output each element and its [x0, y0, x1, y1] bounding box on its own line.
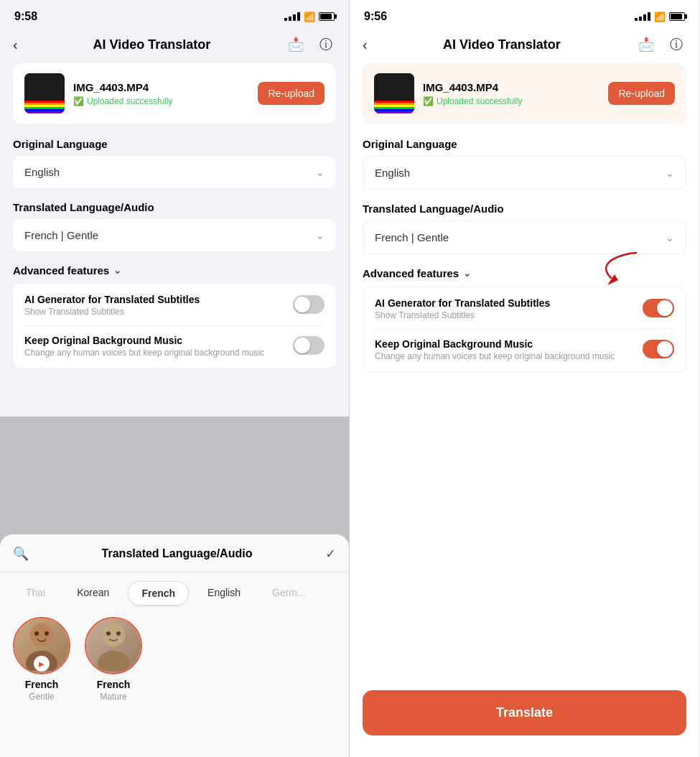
tab-german[interactable]: Germ... — [259, 581, 319, 605]
right-feature-row-2: Keep Original Background Music Change an… — [375, 338, 674, 361]
language-tabs: Thai Korean French English Germ... — [0, 581, 349, 617]
left-file-card: IMG_4403.MP4 ✅ Uploaded successfully Re-… — [13, 63, 336, 124]
left-feature-2-toggle[interactable] — [293, 336, 325, 355]
left-feature-row-2: Keep Original Background Music Change an… — [24, 335, 325, 358]
play-button-1[interactable]: ▶ — [34, 656, 50, 672]
rainbow-bar — [24, 101, 65, 113]
voice-option-mature[interactable]: French Mature — [85, 617, 142, 702]
check-icon: ✅ — [73, 96, 84, 106]
battery-icon — [319, 12, 335, 21]
right-original-lang-label: Original Language — [363, 138, 686, 150]
right-feature-divider — [375, 329, 674, 330]
voice-avatar-gentle: ▶ — [13, 617, 70, 674]
left-feature-row-1: AI Generator for Translated Subtitles Sh… — [24, 294, 325, 317]
right-time: 9:56 — [364, 10, 387, 23]
right-battery-icon — [669, 12, 685, 21]
left-time: 9:58 — [14, 10, 37, 23]
tab-french[interactable]: French — [128, 581, 189, 605]
left-advanced-features-toggle[interactable]: Advanced features ⌄ — [13, 264, 336, 277]
right-original-lang-dropdown[interactable]: English ⌄ — [363, 156, 686, 190]
svg-rect-19 — [374, 111, 414, 113]
svg-rect-15 — [374, 103, 414, 105]
search-icon[interactable]: 🔍 — [13, 546, 29, 562]
translate-area: Translate — [363, 690, 686, 735]
wifi-icon: 📶 — [304, 11, 315, 22]
svg-point-12 — [106, 631, 111, 636]
sheet-title: Translated Language/Audio — [29, 547, 325, 560]
svg-point-9 — [45, 631, 49, 636]
right-check-icon: ✅ — [423, 96, 434, 106]
left-feature-2-sub: Change any human voices but keep origina… — [24, 348, 264, 358]
svg-rect-1 — [24, 103, 65, 105]
right-feature-1-toggle[interactable] — [643, 299, 674, 317]
left-feature-1-title: AI Generator for Translated Subtitles — [24, 294, 200, 305]
right-nav-icons: 📩 ⓘ — [636, 34, 686, 55]
right-status-icons: 📶 — [635, 11, 685, 22]
translate-button[interactable]: Translate — [363, 690, 686, 735]
svg-point-13 — [116, 631, 121, 636]
left-feature-1-sub: Show Translated Subtitles — [24, 307, 200, 317]
left-file-info: IMG_4403.MP4 ✅ Uploaded successfully — [73, 81, 249, 106]
left-translated-lang-label: Translated Language/Audio — [13, 201, 336, 213]
svg-rect-4 — [24, 109, 65, 111]
right-feature-card: AI Generator for Translated Subtitles Sh… — [363, 287, 686, 372]
right-reupload-button[interactable]: Re-upload — [608, 82, 675, 105]
svg-point-6 — [30, 623, 53, 646]
voice-style-2: Mature — [100, 692, 126, 702]
bottom-sheet: 🔍 Translated Language/Audio ✓ Thai Korea… — [0, 534, 349, 757]
left-nav-icons: 📩 ⓘ — [286, 34, 336, 55]
right-content: IMG_4403.MP4 ✅ Uploaded successfully Re-… — [350, 63, 699, 372]
left-feature-2-title: Keep Original Background Music — [24, 335, 264, 346]
left-translated-lang-dropdown[interactable]: French | Gentle ⌄ — [13, 219, 336, 251]
person-silhouette-2 — [92, 621, 135, 671]
left-reupload-button[interactable]: Re-upload — [258, 82, 325, 105]
right-nav-bar: ‹ AI Video Translator 📩 ⓘ — [350, 29, 699, 63]
message-icon[interactable]: 📩 — [286, 34, 306, 55]
help-icon[interactable]: ⓘ — [316, 34, 336, 55]
svg-point-8 — [34, 631, 39, 636]
signal-icon — [284, 12, 300, 21]
left-phone: 9:58 📶 ‹ AI Video Translator 📩 ⓘ — [0, 0, 350, 757]
left-status-icons: 📶 — [284, 11, 335, 22]
right-status-bar: 9:56 📶 — [350, 0, 699, 29]
arrow-annotation — [571, 246, 643, 289]
svg-point-11 — [98, 651, 129, 671]
left-original-lang-label: Original Language — [13, 138, 336, 150]
right-feature-1-sub: Show Translated Subtitles — [375, 310, 550, 320]
left-file-thumbnail — [24, 73, 65, 113]
svg-rect-18 — [374, 109, 414, 111]
left-back-button[interactable]: ‹ — [13, 37, 18, 53]
svg-rect-14 — [374, 101, 414, 103]
right-signal-icon — [635, 12, 650, 21]
right-feature-2-toggle[interactable] — [643, 340, 674, 358]
right-translated-lang-label: Translated Language/Audio — [363, 203, 686, 215]
chevron-down-icon: ⌄ — [316, 167, 325, 178]
right-chevron-down-icon-3: ⌄ — [463, 268, 471, 279]
tab-english[interactable]: English — [195, 581, 253, 605]
chevron-down-icon-3: ⌄ — [113, 265, 121, 276]
check-confirm-icon[interactable]: ✓ — [325, 546, 336, 562]
left-feature-card: AI Generator for Translated Subtitles Sh… — [13, 284, 336, 368]
right-chevron-down-icon-2: ⌄ — [666, 232, 674, 243]
right-file-thumbnail — [374, 73, 414, 113]
tab-korean[interactable]: Korean — [64, 581, 122, 605]
right-message-icon[interactable]: 📩 — [636, 34, 656, 55]
right-help-icon[interactable]: ⓘ — [666, 34, 686, 55]
right-back-button[interactable]: ‹ — [363, 37, 368, 53]
voice-option-gentle[interactable]: ▶ French Gentle — [13, 617, 70, 702]
chevron-down-icon-2: ⌄ — [316, 230, 325, 241]
svg-rect-17 — [374, 107, 414, 109]
right-wifi-icon: 📶 — [654, 11, 666, 22]
voice-avatar-mature — [85, 617, 142, 674]
left-original-lang-dropdown[interactable]: English ⌄ — [13, 156, 336, 188]
tab-thai[interactable]: Thai — [13, 581, 58, 605]
left-upload-status: ✅ Uploaded successfully — [73, 96, 249, 106]
right-upload-status: ✅ Uploaded successfully — [423, 96, 599, 106]
voice-name-2: French — [97, 679, 131, 690]
left-status-bar: 9:58 📶 — [0, 0, 349, 29]
right-phone: 9:56 📶 ‹ AI Video Translator 📩 ⓘ — [350, 0, 699, 757]
svg-rect-3 — [24, 107, 65, 109]
right-chevron-down-icon: ⌄ — [666, 167, 674, 179]
left-feature-1-toggle[interactable] — [293, 295, 325, 314]
right-file-name: IMG_4403.MP4 — [423, 81, 599, 93]
